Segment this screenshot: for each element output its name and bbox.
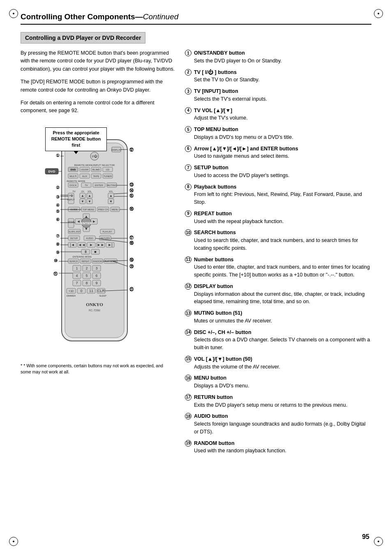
svg-text:5: 5 xyxy=(85,274,88,278)
list-item: 8Playback buttonsFrom left to right: Pre… xyxy=(185,183,371,206)
item-description: Used to enter title, chapter, and track … xyxy=(194,264,370,278)
page: Controlling Other Components—Continued C… xyxy=(0,0,392,555)
remote-container: Press the appropriate REMOTE MODE button… xyxy=(21,127,173,375)
svg-text:ENTER: ENTER xyxy=(95,184,104,187)
item-title: RANDOM button xyxy=(194,440,235,446)
svg-text:+10: +10 xyxy=(69,290,74,292)
item-description: Used with the repeat playback function. xyxy=(194,219,284,224)
list-item: 15VOL [▲]/[▼] button (50)Adjusts the vol… xyxy=(185,355,371,371)
item-title: MUTING button (51) xyxy=(194,310,242,316)
item-number: 7 xyxy=(185,164,191,171)
item-description: Displays a DVD's top menu or a DVD's tit… xyxy=(194,134,293,140)
svg-text:6: 6 xyxy=(95,274,97,278)
item-title: RETURN button xyxy=(194,394,233,400)
item-content: Playback buttonsFrom left to right: Prev… xyxy=(194,183,371,206)
svg-text:⑫: ⑫ xyxy=(129,147,134,152)
svg-text:DIMMER: DIMMER xyxy=(67,295,76,297)
item-number: 16 xyxy=(185,375,191,381)
item-content: RANDOM buttonUsed with the random playba… xyxy=(194,440,371,455)
item-title: REPEAT button xyxy=(194,211,232,216)
item-content: VOL [▲]/[▼] button (50)Adjusts the volum… xyxy=(194,355,371,371)
item-description: Selects the TV's external inputs. xyxy=(194,96,267,102)
item-title: SEARCH buttons xyxy=(194,230,236,235)
item-title: TV [INPUT] button xyxy=(194,88,238,94)
svg-text:TV: TV xyxy=(72,190,76,193)
item-content: TOP MENU buttonDisplays a DVD's top menu… xyxy=(194,126,371,141)
svg-text:ENTERING MODE: ENTERING MODE xyxy=(73,256,92,258)
svg-text:1: 1 xyxy=(76,266,78,270)
item-content: TV [ I/⏻ ] buttonsSet the TV to On or St… xyxy=(194,69,371,84)
page-title: Controlling Other Components—Continued xyxy=(21,12,178,21)
svg-text:TAPE: TAPE xyxy=(93,175,99,177)
svg-text:⑰: ⑰ xyxy=(129,235,134,240)
item-description: Displays a DVD's menu. xyxy=(194,383,249,389)
svg-text:►: ► xyxy=(92,219,96,223)
item-content: SETUP buttonUsed to access the DVD playe… xyxy=(194,164,371,180)
svg-text:HS/DR: HS/DR xyxy=(81,168,89,171)
svg-text:RANDOM: RANDOM xyxy=(93,260,102,263)
svg-text:▲: ▲ xyxy=(81,194,84,198)
svg-text:◄: ◄ xyxy=(77,219,81,223)
svg-text:DVD: DVD xyxy=(48,170,55,173)
item-description: Mutes or unmutes the AV receiver. xyxy=(194,318,272,324)
svg-text:RC-709M: RC-709M xyxy=(89,309,100,312)
item-number: 4 xyxy=(185,107,191,114)
item-number: 15 xyxy=(185,356,191,362)
footnote: * * With some components, certain button… xyxy=(21,363,173,375)
item-number: 6 xyxy=(185,145,191,152)
svg-text:⑪: ⑪ xyxy=(53,272,58,276)
item-content: MENU buttonDisplays a DVD's menu. xyxy=(194,374,371,390)
svg-text:▲: ▲ xyxy=(109,194,113,198)
svg-text:I/⏻: I/⏻ xyxy=(69,194,73,197)
left-column: By pressing the REMOTE MODE button that'… xyxy=(21,49,177,458)
item-description: Used to navigate menus and select items. xyxy=(194,153,289,159)
svg-text:⑲: ⑲ xyxy=(129,258,134,262)
svg-text:⑦: ⑦ xyxy=(56,234,60,238)
item-number: 18 xyxy=(185,413,191,419)
list-item: 4TV VOL [▲]/[▼]Adjust the TV's volume. xyxy=(185,107,371,122)
item-title: TOP MENU button xyxy=(194,127,238,132)
svg-text:MULTI: MULTI xyxy=(69,175,77,177)
svg-rect-70 xyxy=(68,219,74,228)
svg-text:⑨: ⑨ xyxy=(56,250,60,255)
item-number: 19 xyxy=(185,440,191,447)
svg-text:㉑: ㉑ xyxy=(129,287,134,292)
svg-text:INPUT: INPUT xyxy=(67,198,75,201)
item-number: 14 xyxy=(185,329,191,336)
svg-text:⑤: ⑤ xyxy=(56,209,60,214)
svg-text:0: 0 xyxy=(80,289,82,293)
svg-text:DVD: DVD xyxy=(71,168,76,171)
svg-text:VOL: VOL xyxy=(88,190,92,193)
svg-text:MUTING: MUTING xyxy=(107,184,117,187)
item-title: MENU button xyxy=(194,375,226,381)
svg-text:⑥: ⑥ xyxy=(56,217,60,222)
intro-para-2: The [DVD] REMOTE MODE button is preprogr… xyxy=(21,78,177,94)
right-column: 1ON/STANDBY buttonSets the DVD player to… xyxy=(185,49,371,458)
svg-text:REPEAT: REPEAT xyxy=(81,260,90,263)
item-description: Adjusts the volume of the AV receiver. xyxy=(194,364,280,370)
item-title: ON/STANDBY button xyxy=(194,50,245,56)
svg-text:▼: ▼ xyxy=(88,200,91,203)
item-description: Exits the DVD player's setup menu or ret… xyxy=(194,402,347,408)
reg-mark-bl xyxy=(9,537,18,546)
item-number: 12 xyxy=(185,283,191,290)
item-content: TV VOL [▲]/[▼]Adjust the TV's volume. xyxy=(194,107,371,122)
item-description: Used with the random playback function. xyxy=(194,448,286,454)
remote-svg: ON/STANDBY I/⏻ DISPLAY REMOTE MODE/INPUT… xyxy=(21,127,173,357)
list-item: 7SETUP buttonUsed to access the DVD play… xyxy=(185,164,371,180)
svg-text:11: 11 xyxy=(89,289,93,293)
svg-text:2: 2 xyxy=(85,266,88,270)
item-description: Displays information about the current d… xyxy=(194,291,364,305)
item-number: 10 xyxy=(185,229,191,236)
list-item: 5TOP MENU buttonDisplays a DVD's top men… xyxy=(185,126,371,141)
svg-text:3: 3 xyxy=(95,266,97,270)
svg-text:TOP MENU: TOP MENU xyxy=(83,208,95,211)
item-description: Used to access the DVD player's settings… xyxy=(194,173,289,178)
list-item: 19RANDOM buttonUsed with the random play… xyxy=(185,440,371,455)
list-item: 17RETURN buttonExits the DVD player's se… xyxy=(185,394,371,409)
item-number: 3 xyxy=(185,88,191,94)
svg-text:⏸: ⏸ xyxy=(84,250,88,254)
svg-text:9: 9 xyxy=(95,281,97,285)
svg-text:PLAYLIST: PLAYLIST xyxy=(103,230,112,233)
page-header: Controlling Other Components—Continued xyxy=(21,12,371,25)
